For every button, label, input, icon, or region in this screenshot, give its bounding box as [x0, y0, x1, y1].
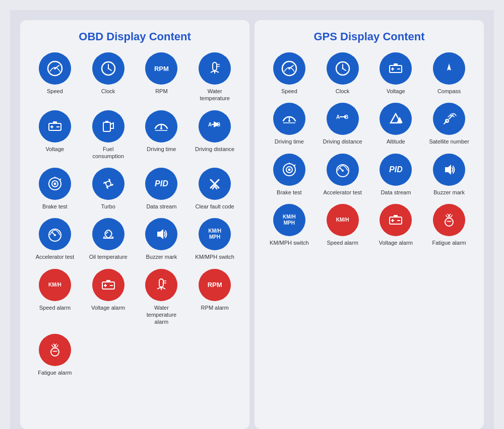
- svg-point-51: [342, 68, 343, 69]
- gps-compass-label: Compass: [437, 88, 461, 95]
- gps-speed-label: Speed: [281, 88, 297, 95]
- gps-accel-test: Accelerator test: [323, 154, 361, 196]
- obd-voltage-label: Voltage: [46, 146, 65, 153]
- obd-data-stream-label: Data stream: [146, 203, 176, 210]
- obd-driving-time-label: Driving time: [147, 146, 176, 153]
- gps-grid: Speed Clock Voltage Com: [265, 52, 474, 246]
- svg-line-25: [60, 179, 61, 180]
- gps-panel: GPS Display Content Speed Clock: [255, 20, 484, 429]
- obd-voltage: Voltage: [39, 110, 71, 160]
- obd-title: OBD Display Content: [30, 30, 239, 43]
- gps-voltage: Voltage: [380, 52, 412, 95]
- gps-driving-time-icon: [273, 103, 305, 135]
- gps-brake-test: Brake test: [273, 154, 305, 196]
- gps-satellite-label: Satellite number: [429, 138, 469, 145]
- svg-point-17: [160, 127, 162, 129]
- obd-data-stream: PID Data stream: [145, 168, 177, 210]
- obd-accel-test-icon: [39, 218, 71, 250]
- gps-fatigue-alarm-label: Fatigue alarm: [432, 239, 466, 246]
- gps-brake-test-icon: [273, 154, 305, 186]
- obd-voltage-icon: [39, 110, 71, 142]
- gps-data-stream-label: Data stream: [381, 189, 411, 196]
- obd-oil-temp-label: Oil temperature: [89, 253, 128, 260]
- obd-oil-temp: Oil temperature: [89, 218, 128, 260]
- obd-speed-label: Speed: [47, 88, 63, 95]
- gps-kmh-switch-label: KM/MPH switch: [270, 239, 309, 246]
- gps-kmh-switch-icon: KM/HMPH: [273, 204, 305, 236]
- svg-point-73: [288, 168, 290, 171]
- obd-water-temp-alarm-icon: [145, 269, 177, 301]
- obd-kmh-switch-icon: KM/HMPH: [199, 218, 231, 250]
- obd-voltage-alarm-icon: [92, 269, 124, 301]
- gps-speed-alarm-icon: KM/H: [327, 204, 359, 236]
- obd-kmh-switch: KM/HMPH KM/MPH switch: [195, 218, 234, 260]
- svg-rect-7: [213, 62, 217, 70]
- svg-text:B: B: [217, 122, 220, 127]
- svg-point-34: [54, 234, 56, 236]
- obd-voltage-alarm: Voltage alarm: [91, 269, 125, 326]
- obd-fatigue-alarm: Fatigue alarm: [38, 334, 72, 376]
- gps-driving-distance-icon: AB: [327, 103, 359, 135]
- obd-clock-icon: [92, 52, 124, 85]
- svg-marker-57: [447, 63, 451, 70]
- obd-water-temp-label: Water temperature: [195, 88, 235, 102]
- gps-driving-distance-label: Driving distance: [323, 138, 362, 145]
- svg-text:A: A: [208, 122, 212, 127]
- obd-speed-alarm-icon: KM/H: [39, 269, 71, 301]
- obd-clear-fault: Clear fault code: [196, 168, 234, 210]
- gps-altitude: Altitude: [380, 103, 412, 145]
- obd-rpm-label: RPM: [155, 88, 167, 95]
- svg-point-59: [288, 120, 290, 122]
- svg-point-76: [342, 170, 344, 172]
- gps-buzzer-mark: Buzzer mark: [433, 154, 465, 196]
- obd-fuel: Fuel consumption: [88, 110, 129, 160]
- gps-compass: Compass: [433, 52, 465, 95]
- obd-oil-temp-icon: [92, 218, 124, 250]
- gps-fatigue-alarm: Fatigue alarm: [432, 204, 466, 246]
- obd-driving-time-icon: [145, 110, 177, 142]
- gps-accel-test-icon: [327, 154, 359, 186]
- gps-voltage-alarm-label: Voltage alarm: [379, 239, 413, 246]
- obd-fuel-label: Fuel consumption: [88, 146, 129, 160]
- obd-water-temp-icon: [199, 52, 231, 85]
- svg-point-26: [53, 183, 56, 185]
- obd-speed-alarm: KM/H Speed alarm: [39, 269, 71, 326]
- obd-clear-fault-icon: [199, 168, 231, 200]
- obd-clock: Clock: [92, 52, 124, 102]
- obd-brake: Brake test: [39, 168, 71, 210]
- obd-fatigue-alarm-icon: [39, 334, 71, 366]
- obd-driving-distance: AB Driving distance: [195, 110, 234, 160]
- obd-water-temp: Water temperature: [195, 52, 235, 102]
- gps-satellite-icon: [433, 103, 465, 135]
- svg-marker-36: [157, 229, 163, 239]
- obd-fuel-icon: [92, 110, 124, 142]
- obd-clear-fault-label: Clear fault code: [196, 203, 234, 210]
- obd-water-temp-alarm: Water temperature alarm: [141, 269, 181, 326]
- gps-speed-alarm: KM/H Speed alarm: [327, 204, 359, 246]
- obd-rpm-icon: RPM: [145, 52, 177, 85]
- obd-accel-test: Accelerator test: [36, 218, 74, 260]
- gps-voltage-label: Voltage: [387, 88, 405, 95]
- obd-buzzer-label: Buzzer mark: [146, 253, 177, 260]
- gps-speed-icon: [273, 52, 305, 85]
- gps-altitude-icon: [380, 103, 412, 135]
- obd-rpm-alarm: RPM RPM alarm: [199, 269, 231, 326]
- obd-rpm-alarm-label: RPM alarm: [201, 304, 229, 311]
- svg-marker-77: [445, 165, 451, 175]
- gps-driving-distance: AB Driving distance: [323, 103, 362, 145]
- gps-accel-test-label: Accelerator test: [323, 189, 361, 196]
- gps-data-stream: PID Data stream: [380, 154, 412, 196]
- gps-speed: Speed: [273, 52, 305, 95]
- obd-buzzer: Buzzer mark: [145, 218, 177, 260]
- gps-altitude-label: Altitude: [387, 138, 405, 145]
- obd-fatigue-alarm-label: Fatigue alarm: [38, 369, 72, 376]
- obd-accel-test-label: Accelerator test: [36, 253, 74, 260]
- svg-point-6: [107, 68, 109, 69]
- obd-turbo: Turbo: [92, 168, 124, 210]
- gps-driving-time-label: Driving time: [275, 138, 304, 145]
- obd-driving-distance-label: Driving distance: [195, 146, 234, 153]
- gps-title: GPS Display Content: [265, 30, 474, 43]
- svg-rect-79: [394, 215, 398, 217]
- page-container: OBD Display Content Speed Clock RPM: [10, 10, 494, 429]
- obd-turbo-icon: [92, 168, 124, 200]
